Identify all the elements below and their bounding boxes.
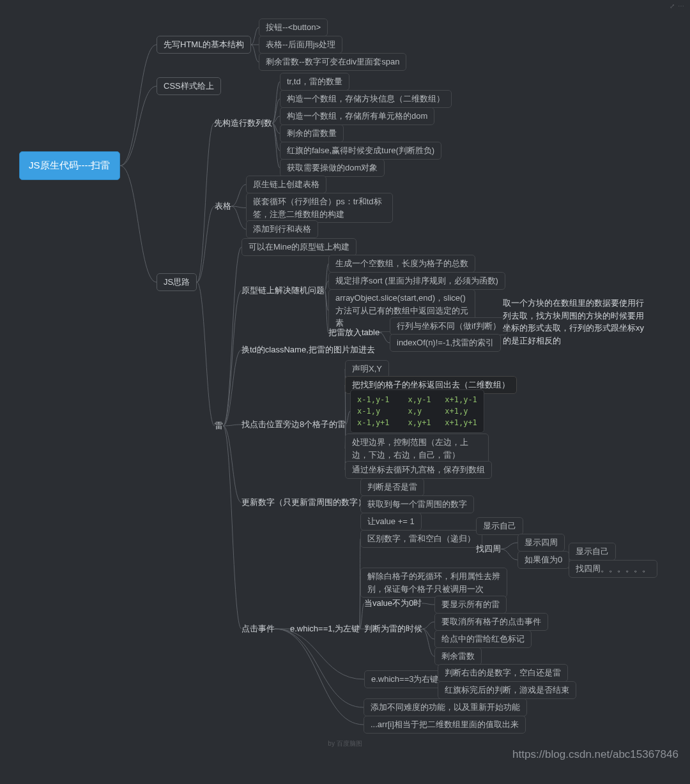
mindmap-node[interactable]: indexOf(n)!=-1,找雷的索引 (390, 334, 501, 352)
mindmap-node[interactable]: 如果值为0 (518, 551, 569, 569)
mindmap-node[interactable]: 取一个方块的在数组里的数据要使用行列去取，找方块周围的方块的时候要用坐标的形式去… (503, 297, 647, 347)
mindmap-node[interactable]: 按钮--<button> (259, 19, 328, 36)
mindmap-node[interactable]: 显示自己 (476, 517, 523, 535)
mindmap-node[interactable]: 原生链上创建表格 (246, 176, 326, 193)
mindmap-node[interactable]: e.which==1,为左键 (290, 622, 360, 635)
mindmap-node[interactable]: 区别数字，雷和空白（递归） (360, 530, 482, 548)
corner-controls[interactable]: ⤢ ⋯ (670, 3, 685, 10)
mindmap-node[interactable]: 先写HTML的基本结构 (157, 36, 251, 54)
mindmap-node[interactable]: 行列与坐标不同（做if判断） (390, 317, 508, 335)
mindmap-node[interactable]: ...arr[i]相当于把二维数组里面的值取出来 (364, 716, 526, 734)
mindmap-node[interactable]: 点击事件 (241, 622, 275, 635)
mindmap-node[interactable]: 先构造行数列数 (214, 117, 272, 130)
mindmap-node[interactable]: 剩余的雷数量 (280, 124, 344, 142)
mindmap-node[interactable]: 处理边界，控制范围（左边，上边，下边，右边，自己，雷） (345, 433, 489, 464)
mindmap-node[interactable]: 生成一个空数组，长度为格子的总数 (328, 255, 475, 273)
mindmap-node[interactable]: 更新数字（只更新雷周围的数字） (241, 496, 366, 509)
mindmap-node[interactable]: 剩余雷数--数字可变在div里面套span (259, 53, 406, 71)
mindmap-node[interactable]: 规定排序sort (里面为排序规则，必须为函数) (328, 272, 505, 290)
mindmap-node[interactable]: 找四周。。。。。。 (569, 560, 657, 578)
footer-credit: by 百度脑图 (0, 739, 690, 748)
mindmap-node[interactable]: 添加不同难度的功能，以及重新开始功能 (364, 698, 527, 716)
mindmap-node[interactable]: 获取需要操做的dom对象 (280, 159, 385, 177)
mindmap-node[interactable]: 红旗的false,赢得时候变成ture(判断胜负) (280, 142, 441, 160)
mindmap-node[interactable]: 原型链上解决随机问题 (241, 284, 325, 297)
mindmap-node[interactable]: 找四周 (476, 543, 501, 555)
mindmap-node[interactable]: 嵌套循环（行列组合）ps：tr和td标签，注意二维数组的构建 (246, 193, 393, 223)
mindmap-node[interactable]: 表格 (215, 200, 231, 213)
mindmap-node[interactable]: 声明X,Y (345, 360, 389, 378)
mindmap-node[interactable]: 剩余雷数 (434, 647, 482, 665)
mindmap-node[interactable]: CSS样式给上 (157, 77, 221, 95)
mindmap-node[interactable]: 雷 (215, 419, 223, 432)
mindmap-node[interactable]: 解除白格子的死循环，利用属性去辨别，保证每个格子只被调用一次 (360, 568, 507, 598)
mindmap-node[interactable]: JS原生代码----扫雷 (19, 151, 120, 180)
mindmap-node[interactable]: 显示自己 (569, 543, 616, 561)
mindmap-node[interactable]: 判断为雷的时候 (364, 622, 422, 635)
mindmap-node[interactable]: JS思路 (157, 273, 197, 291)
mindmap-node[interactable]: 换td的className,把雷的图片加进去 (241, 343, 375, 356)
mindmap-node[interactable]: 红旗标完后的判断，游戏是否结束 (438, 681, 576, 699)
mindmap-node[interactable]: 添加到行和表格 (246, 220, 318, 238)
mindmap-node[interactable]: 构造一个数组，存储方块信息（二维数组） (280, 90, 452, 108)
mindmap-node[interactable]: 获取到每一个雷周围的数字 (360, 495, 474, 513)
mindmap-node[interactable]: 判断右击的是数字，空白还是雷 (438, 664, 568, 682)
mindmap-node[interactable]: 让value += 1 (360, 513, 422, 531)
mindmap-node[interactable]: 可以在Mine的原型链上构建 (241, 238, 356, 256)
watermark-url: https://blog.csdn.net/abc15367846 (512, 748, 678, 761)
mindmap-node[interactable]: 给点中的雷给红色标记 (434, 630, 532, 648)
mindmap-node[interactable]: tr,td，雷的数量 (280, 73, 349, 91)
mindmap-node[interactable]: 通过坐标去循环九宫格，保存到数组 (345, 461, 492, 479)
mindmap-node[interactable]: x-1,y-1 x,y-1 x+1,y-1 x-1,y x,y x+1,y x-… (350, 389, 484, 433)
mindmap-node[interactable]: 找点击位置旁边8个格子的雷 (241, 418, 346, 431)
mindmap-node[interactable]: 要取消所有格子的点击事件 (434, 613, 548, 631)
mindmap-node[interactable]: 表格--后面用js处理 (259, 36, 342, 54)
mindmap-node[interactable]: 当value不为0时 (364, 597, 422, 610)
mindmap-node[interactable]: 显示四周 (518, 534, 565, 552)
mindmap-node[interactable]: e.which==3为右键 (364, 670, 446, 688)
mindmap-node[interactable]: 构造一个数组，存储所有单元格的dom (280, 107, 434, 125)
mindmap-node[interactable]: 要显示所有的雷 (434, 596, 507, 614)
mindmap-nodes: JS原生代码----扫雷先写HTML的基本结构按钮--<button>表格--后… (0, 0, 690, 784)
mindmap-node[interactable]: 把雷放入table (328, 326, 379, 339)
mindmap-node[interactable]: 判断是否是雷 (360, 478, 424, 496)
